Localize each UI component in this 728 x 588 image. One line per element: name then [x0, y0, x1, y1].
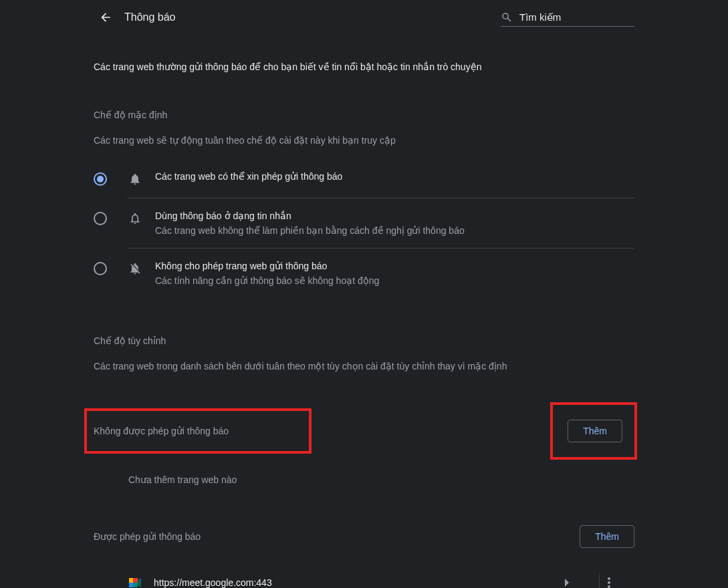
intro-text: Các trang web thường gửi thông báo để ch…	[94, 61, 634, 72]
option-sub: Các tính năng cần gửi thông báo sẽ không…	[155, 275, 634, 286]
bell-off-icon	[127, 261, 143, 275]
chevron-right-icon	[564, 579, 571, 587]
block-label: Không được phép gửi thông báo	[94, 426, 229, 436]
default-heading: Chế độ mặc định	[94, 110, 634, 120]
custom-sub: Các trang web trong danh sách bên dưới t…	[94, 361, 634, 372]
option-title: Không cho phép trang web gửi thông báo	[155, 261, 634, 271]
svg-rect-2	[133, 578, 138, 583]
svg-rect-3	[129, 583, 133, 587]
block-add-box: Thêm	[553, 405, 634, 457]
add-allow-button[interactable]: Thêm	[580, 525, 634, 548]
radio-option-quiet[interactable]: Dùng thông báo ở dạng tin nhắn Các trang…	[127, 198, 634, 248]
divider	[599, 573, 600, 588]
custom-heading: Chế độ tùy chỉnh	[94, 335, 634, 346]
back-button[interactable]	[94, 5, 118, 29]
add-block-button[interactable]: Thêm	[568, 420, 622, 442]
site-url: https://meet.google.com:443	[154, 577, 564, 588]
option-title: Dùng thông báo ở dạng tin nhắn	[155, 210, 634, 221]
more-vert-icon	[608, 577, 610, 588]
svg-point-5	[608, 577, 610, 580]
radio-button[interactable]	[94, 262, 107, 275]
option-sub: Các trang web không thể làm phiền bạn bằ…	[155, 225, 634, 236]
bell-icon	[127, 171, 143, 186]
allow-label: Được phép gửi thông báo	[94, 531, 201, 542]
search-input[interactable]	[519, 11, 620, 23]
site-expand-button[interactable]	[564, 579, 591, 587]
block-empty: Chưa thêm trang web nào	[128, 474, 634, 485]
meet-icon	[128, 576, 142, 588]
svg-point-7	[608, 585, 610, 588]
svg-marker-4	[138, 578, 141, 587]
svg-point-6	[608, 581, 610, 584]
block-label-box: Không được phép gửi thông báo	[87, 411, 309, 451]
bell-outline-icon	[127, 210, 143, 225]
allowed-site-row[interactable]: https://meet.google.com:443	[94, 561, 634, 588]
option-title: Các trang web có thể xin phép gửi thông …	[155, 171, 634, 182]
radio-button[interactable]	[94, 212, 107, 225]
search-icon	[501, 11, 513, 23]
site-more-button[interactable]	[608, 577, 634, 588]
radio-option-block[interactable]: Không cho phép trang web gửi thông báo C…	[127, 248, 634, 298]
page-title: Thông báo	[124, 11, 176, 23]
search-field[interactable]	[501, 9, 634, 27]
radio-button[interactable]	[94, 172, 107, 186]
radio-option-ask[interactable]: Các trang web có thể xin phép gửi thông …	[94, 159, 634, 198]
arrow-back-icon	[99, 11, 112, 24]
svg-rect-1	[129, 578, 133, 583]
default-sub: Các trang web sẽ tự động tuân theo chế đ…	[94, 135, 634, 146]
